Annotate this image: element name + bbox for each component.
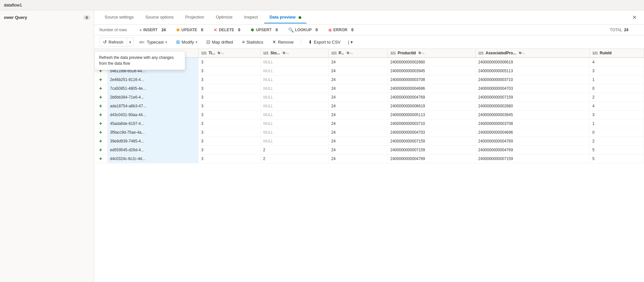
row-add-action[interactable]: +: [94, 93, 107, 102]
table-row: + 45ada6de-6197-4... 3 NULL 24 240000000…: [94, 119, 644, 128]
toolbar-separator: [301, 39, 301, 45]
stat-update: ✱ UPDATE 0: [176, 27, 203, 33]
chevron-down-icon: ▾: [129, 40, 131, 44]
title-text: dataflow1: [4, 3, 22, 7]
cell-assocpro: 2400000000004769: [475, 146, 589, 154]
delete-value: 0: [238, 28, 240, 32]
cell-assocpro: 2400000000007159: [475, 154, 589, 163]
total-label: TOTAL: [610, 28, 622, 32]
typecast-icon: abc: [139, 40, 145, 44]
lookup-label: LOOKUP: [295, 28, 312, 32]
modify-button[interactable]: ⊞ Modify ▾: [173, 38, 200, 46]
typecast-button[interactable]: abc Typecast ▾: [136, 38, 170, 46]
tab-data-preview[interactable]: Data preview: [264, 11, 306, 23]
row-plus-icon[interactable]: +: [99, 156, 102, 161]
col-copy-icon6[interactable]: ⧉: [519, 51, 521, 55]
tab-optimize[interactable]: Optimize: [211, 11, 238, 23]
row-add-action[interactable]: +: [94, 119, 107, 128]
row-plus-icon[interactable]: +: [99, 77, 102, 82]
export-icon: ⬇: [308, 39, 312, 45]
cell-ti: 3: [199, 102, 260, 111]
update-icon: ✱: [176, 27, 180, 33]
row-add-action[interactable]: +: [94, 137, 107, 146]
cell-ti: 3: [199, 146, 260, 154]
table-row: + 3f9acc9d-75ae-4a... 3 NULL 24 24000000…: [94, 128, 644, 137]
statistics-button[interactable]: ≡ Statistics: [239, 38, 266, 46]
row-plus-icon[interactable]: +: [99, 103, 102, 109]
col-sort-icon6[interactable]: ↑↓: [522, 51, 525, 55]
update-value: 0: [201, 28, 203, 32]
col-header-p: 121 P... ⧉ ↑↓: [328, 49, 388, 58]
row-add-action[interactable]: +: [94, 84, 107, 93]
cell-assocpro: 2400000000004703: [475, 84, 589, 93]
row-plus-icon[interactable]: +: [99, 147, 102, 153]
chevron-down-icon2: ▾: [351, 40, 353, 45]
export-more-chevron-icon: |: [348, 40, 349, 45]
tab-projection[interactable]: Projection: [180, 11, 209, 23]
close-button[interactable]: ✕: [630, 13, 639, 22]
col-sort-icon4[interactable]: ↑↓: [350, 51, 353, 55]
row-plus-icon[interactable]: +: [99, 138, 102, 144]
export-more-button[interactable]: | ▾: [346, 38, 354, 46]
cell-ti: 3: [199, 58, 260, 67]
row-add-action[interactable]: +: [94, 75, 107, 84]
tab-source-options[interactable]: Source options: [140, 11, 179, 23]
table-row: + d43c0431-90aa-44... 3 NULL 24 24000000…: [94, 111, 644, 119]
export-csv-button[interactable]: ⬇ Export to CSV: [305, 38, 344, 46]
row-plus-icon[interactable]: +: [99, 94, 102, 100]
upsert-icon: ✱: [251, 27, 254, 33]
col-copy-icon2[interactable]: ⧉: [218, 51, 220, 55]
sidebar-title: ower Query: [4, 15, 27, 20]
remove-button[interactable]: ✕ Remove: [269, 38, 297, 46]
cell-assocpro: 2400000000004696: [475, 128, 589, 137]
row-add-action[interactable]: +: [94, 111, 107, 119]
cell-ruleid: 2: [590, 93, 644, 102]
sidebar-badge: 0: [84, 15, 90, 20]
cell-ruleid: 1: [590, 75, 644, 84]
col-copy-icon4[interactable]: ⧉: [347, 51, 349, 55]
col-sort-icon3[interactable]: ↑↓: [286, 51, 289, 55]
tabs-bar: Source settings Source options Projectio…: [94, 10, 644, 25]
cell-assocpro: 2400000000007159: [475, 93, 589, 102]
cell-assocpro: 2400000000003945: [475, 111, 589, 119]
row-add-action[interactable]: +: [94, 102, 107, 111]
insert-value: 24: [161, 28, 166, 32]
row-add-action[interactable]: +: [94, 128, 107, 137]
refresh-button[interactable]: ↺ Refresh: [100, 38, 127, 46]
cell-productid: 2400000000003708: [388, 75, 476, 84]
tab-source-settings[interactable]: Source settings: [99, 11, 139, 23]
cell-productid: 2400000000004769: [388, 154, 476, 163]
refresh-dropdown-button[interactable]: ▾: [127, 39, 133, 46]
table-row: + d4c0324c-6c2c-4d... 3 2 24 24000000000…: [94, 154, 644, 163]
cell-ruleid: 4: [590, 58, 644, 67]
update-label: UPDATE: [181, 28, 197, 32]
row-plus-icon[interactable]: +: [99, 129, 102, 135]
cell-p: 24: [328, 84, 388, 93]
map-drifted-button[interactable]: ⊡ Map drifted: [203, 38, 236, 46]
tab-inspect[interactable]: Inspect: [239, 11, 263, 23]
row-plus-icon[interactable]: +: [99, 86, 102, 91]
col-copy-icon5[interactable]: ⧉: [419, 51, 421, 55]
stat-delete: ✕ DELETE 0: [213, 27, 240, 33]
col-sort-icon2[interactable]: ↑↓: [221, 51, 224, 55]
toolbar: Refresh the data preview with any change…: [94, 35, 644, 49]
cell-assocpro: 2400000000003710: [475, 75, 589, 84]
row-plus-icon[interactable]: +: [99, 112, 102, 117]
data-table-container: ↕ abc RecordId ⧉ ↑↓: [94, 49, 644, 282]
cell-assocpro: 2400000000006619: [475, 58, 589, 67]
lookup-value: 0: [316, 28, 318, 32]
data-preview-active-dot: [299, 16, 301, 19]
table-row: + 39e8d939-7485-4... 3 NULL 24 240000000…: [94, 137, 644, 146]
col-sort-icon5[interactable]: ↑↓: [421, 51, 425, 55]
table-body: + af8d6d3c-3b04-43... 3 NULL 24 24000000…: [94, 58, 644, 163]
col-header-ruleid: 121 RuleId: [590, 49, 644, 58]
cell-productid: 2400000000007159: [388, 146, 476, 154]
row-plus-icon[interactable]: +: [99, 121, 102, 126]
row-add-action[interactable]: +: [94, 146, 107, 154]
cell-sto: NULL: [260, 137, 328, 146]
row-add-action[interactable]: +: [94, 154, 107, 163]
error-label: ERROR: [333, 28, 347, 32]
cell-p: 24: [328, 58, 388, 67]
col-copy-icon3[interactable]: ⧉: [283, 51, 285, 55]
cell-ti: 3: [199, 84, 260, 93]
